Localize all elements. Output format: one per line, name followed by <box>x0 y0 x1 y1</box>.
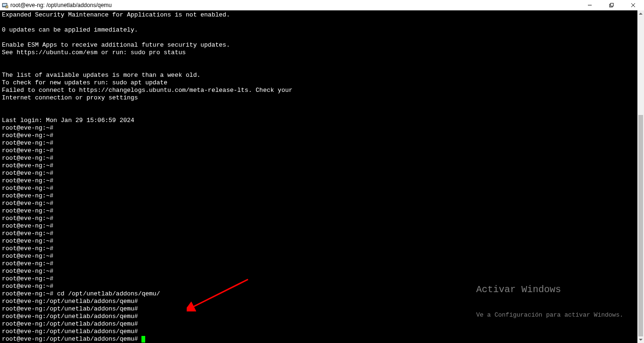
terminal-cursor <box>141 336 145 343</box>
window-title: root@eve-ng: /opt/unetlab/addons/qemu <box>10 2 112 8</box>
terminal-line: root@eve-ng:/opt/unetlab/addons/qemu# <box>2 313 636 320</box>
terminal-line <box>2 64 636 72</box>
terminal-line: root@eve-ng:/opt/unetlab/addons/qemu# <box>2 298 636 305</box>
terminal-line <box>2 102 636 109</box>
terminal-line: To check for new updates run: sudo apt u… <box>2 79 636 87</box>
terminal-line: Internet connection or proxy settings <box>2 94 636 102</box>
terminal-line: root@eve-ng:~# <box>2 230 636 237</box>
terminal-line: root@eve-ng:~# <box>2 222 636 230</box>
scroll-track[interactable] <box>637 17 644 336</box>
window-titlebar: root@eve-ng: /opt/unetlab/addons/qemu <box>0 0 644 10</box>
terminal-line: Enable ESM Apps to receive additional fu… <box>2 41 636 49</box>
terminal-line <box>2 19 636 26</box>
terminal-line: root@eve-ng:~# <box>2 215 636 222</box>
terminal-line: root@eve-ng:~# cd /opt/unetlab/addons/qe… <box>2 290 636 298</box>
terminal-line: root@eve-ng:~# <box>2 192 636 200</box>
terminal-line: root@eve-ng:~# <box>2 207 636 215</box>
terminal-line: root@eve-ng:~# <box>2 132 636 139</box>
terminal-line: See https://ubuntu.com/esm or run: sudo … <box>2 49 636 57</box>
terminal-line: root@eve-ng:~# <box>2 177 636 185</box>
scroll-up-arrow-icon[interactable] <box>637 10 644 17</box>
svg-marker-11 <box>639 13 643 15</box>
titlebar-left: root@eve-ng: /opt/unetlab/addons/qemu <box>2 2 112 8</box>
minimize-button[interactable] <box>579 0 601 10</box>
window-controls <box>579 0 644 10</box>
terminal-line: root@eve-ng:/opt/unetlab/addons/qemu# <box>2 320 636 328</box>
terminal-line: 0 updates can be applied immediately. <box>2 26 636 34</box>
terminal-line: root@eve-ng:~# <box>2 268 636 275</box>
terminal-line: root@eve-ng:~# <box>2 139 636 147</box>
terminal-line: root@eve-ng:~# <box>2 245 636 253</box>
terminal-line <box>2 34 636 41</box>
terminal-line: root@eve-ng:~# <box>2 170 636 177</box>
terminal-line: root@eve-ng:~# <box>2 162 636 170</box>
maximize-button[interactable] <box>601 0 622 10</box>
terminal-line: root@eve-ng:~# <box>2 283 636 290</box>
terminal-line: root@eve-ng:~# <box>2 275 636 283</box>
terminal-line: root@eve-ng:~# <box>2 253 636 260</box>
terminal-line: root@eve-ng:~# <box>2 155 636 162</box>
svg-marker-12 <box>639 339 643 341</box>
terminal-line <box>2 109 636 117</box>
terminal-line: Expanded Security Maintenance for Applic… <box>2 11 636 19</box>
terminal-line: root@eve-ng:~# <box>2 124 636 132</box>
terminal-line: root@eve-ng:~# <box>2 200 636 207</box>
terminal-line: root@eve-ng:~# <box>2 260 636 268</box>
terminal-line: Last login: Mon Jan 29 15:06:59 2024 <box>2 117 636 124</box>
terminal-line: Failed to connect to https://changelogs.… <box>2 87 636 94</box>
terminal-line: root@eve-ng:/opt/unetlab/addons/qemu# <box>2 328 636 335</box>
close-button[interactable] <box>622 0 644 10</box>
terminal-line: root@eve-ng:~# <box>2 237 636 245</box>
terminal-line: root@eve-ng:~# <box>2 185 636 192</box>
svg-rect-6 <box>611 3 613 6</box>
terminal-line: root@eve-ng:/opt/unetlab/addons/qemu# <box>2 305 636 313</box>
scroll-thumb[interactable] <box>638 115 643 336</box>
terminal-line: root@eve-ng:~# <box>2 147 636 155</box>
scroll-down-arrow-icon[interactable] <box>637 336 644 343</box>
terminal-line: The list of available updates is more th… <box>2 72 636 79</box>
terminal-line <box>2 57 636 64</box>
vertical-scrollbar[interactable] <box>637 10 644 343</box>
terminal-line: root@eve-ng:/opt/unetlab/addons/qemu# <box>2 335 636 343</box>
putty-icon <box>2 2 8 8</box>
terminal-output[interactable]: Expanded Security Maintenance for Applic… <box>0 10 637 343</box>
